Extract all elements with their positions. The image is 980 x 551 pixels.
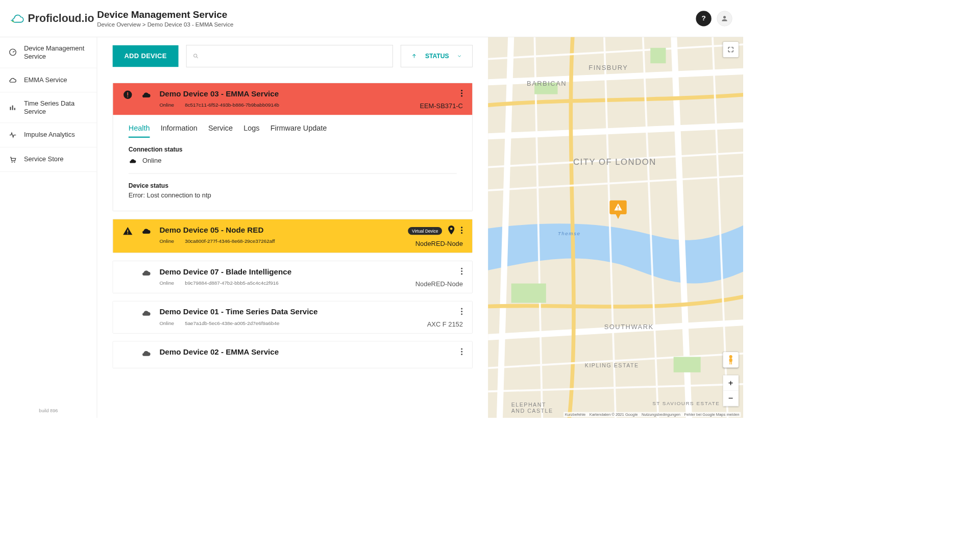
breadcrumb[interactable]: Device Overview > Demo Device 03 - EMMA … <box>97 21 696 28</box>
device-tabs: Health Information Service Logs Firmware… <box>129 124 457 138</box>
svg-point-27 <box>461 313 462 315</box>
kebab-menu-icon[interactable] <box>460 267 463 277</box>
svg-line-9 <box>197 57 198 58</box>
fullscreen-button[interactable] <box>723 42 739 57</box>
search-input[interactable] <box>186 45 393 67</box>
map-label-saviours: ST SAVIOURS ESTATE <box>652 400 720 406</box>
svg-rect-5 <box>14 108 15 110</box>
map-label-city: CITY OF LONDON <box>573 157 656 167</box>
help-button[interactable]: ? <box>696 11 711 26</box>
status-filter[interactable]: STATUS <box>401 45 473 67</box>
device-product: AXC F 2152 <box>427 321 463 329</box>
tab-health[interactable]: Health <box>129 124 150 138</box>
svg-point-29 <box>461 351 462 353</box>
svg-rect-33 <box>650 48 666 63</box>
cloud-icon <box>141 267 152 278</box>
device-card-header[interactable]: Demo Device 03 - EMMA Service Online 8c5… <box>113 83 472 115</box>
sidebar-item-label: Device Management Service <box>24 44 89 60</box>
no-alert-placeholder <box>122 267 133 278</box>
sidebar-item-impulse[interactable]: Impulse Analytics <box>0 123 97 147</box>
kebab-menu-icon[interactable] <box>460 227 463 236</box>
tab-logs[interactable]: Logs <box>243 124 259 138</box>
kebab-menu-icon[interactable] <box>460 89 463 98</box>
kebab-menu-icon[interactable] <box>460 308 463 317</box>
map-device-marker[interactable] <box>608 199 628 222</box>
svg-point-23 <box>461 270 462 272</box>
fullscreen-icon <box>727 46 734 53</box>
sidebar-item-label: EMMA Service <box>24 76 89 84</box>
svg-rect-34 <box>511 284 546 303</box>
zoom-in-button[interactable]: + <box>723 375 739 391</box>
sidebar-item-tsd[interactable]: Time Series Data Service <box>0 92 97 123</box>
cloud-icon <box>141 348 152 359</box>
pulse-icon <box>8 130 18 140</box>
device-online: Online <box>159 102 174 108</box>
map-river-label: Themse <box>558 231 581 236</box>
device-name: Demo Device 07 - Blade Intelligence <box>159 267 407 276</box>
svg-rect-40 <box>729 358 732 362</box>
tab-information[interactable]: Information <box>161 124 198 138</box>
kebab-menu-icon[interactable] <box>460 348 463 357</box>
sidebar-item-label: Impulse Analytics <box>24 131 89 139</box>
svg-rect-35 <box>674 357 701 372</box>
tab-firmware[interactable]: Firmware Update <box>271 124 327 138</box>
build-label: build 896 <box>0 403 97 418</box>
sidebar-item-emma[interactable]: EMMA Service <box>0 68 97 92</box>
svg-point-22 <box>461 268 462 269</box>
svg-rect-41 <box>729 362 730 365</box>
svg-point-14 <box>461 92 462 94</box>
no-alert-placeholder <box>122 348 133 359</box>
tab-service[interactable]: Service <box>208 124 233 138</box>
breadcrumb-root[interactable]: Device Overview <box>97 21 140 28</box>
svg-point-8 <box>194 54 197 57</box>
location-pin-icon[interactable] <box>448 226 455 236</box>
svg-point-19 <box>461 227 462 228</box>
device-uuid: 30ca800f-277f-4346-8e68-29ce37262aff <box>185 238 275 244</box>
device-card: Demo Device 07 - Blade Intelligence Onli… <box>113 261 473 293</box>
svg-rect-17 <box>127 233 128 234</box>
map-panel[interactable]: FINSBURY BARBICAN CITY OF LONDON SOUTHWA… <box>488 37 743 418</box>
map-label-elephant: ELEPHANT AND CASTLE <box>511 402 553 414</box>
device-card-header[interactable]: Demo Device 02 - EMMA Service <box>113 342 472 368</box>
svg-rect-4 <box>12 105 13 110</box>
cart-icon <box>8 155 18 165</box>
cloud-cog-icon <box>8 75 18 85</box>
user-icon <box>721 14 728 22</box>
map-label-finsbury: FINSBURY <box>589 64 628 72</box>
alert-error-icon <box>122 89 133 100</box>
svg-rect-11 <box>127 92 128 96</box>
brand-name: Proficloud.io <box>28 12 94 24</box>
connection-status-heading: Connection status <box>129 146 457 154</box>
device-card-header[interactable]: Demo Device 07 - Blade Intelligence Onli… <box>113 261 472 293</box>
zoom-out-button[interactable]: − <box>723 391 739 406</box>
device-online: Online <box>159 280 174 286</box>
device-list-scroll[interactable]: Demo Device 03 - EMMA Service Online 8c5… <box>97 75 488 418</box>
sidebar-item-store[interactable]: Service Store <box>0 147 97 172</box>
breadcrumb-leaf[interactable]: Demo Device 03 - EMMA Service <box>148 21 234 28</box>
topbar: Proficloud.io Device Management Service … <box>0 0 743 37</box>
svg-point-21 <box>461 232 462 234</box>
pegman-icon <box>727 355 734 365</box>
device-card-header[interactable]: Demo Device 01 - Time Series Data Servic… <box>113 302 472 333</box>
cloud-icon <box>141 308 152 318</box>
avatar-button[interactable] <box>717 11 732 26</box>
device-status-error: Error: Lost connection to ntp <box>129 191 457 199</box>
device-status-heading: Device status <box>129 182 457 189</box>
device-online: Online <box>159 238 174 244</box>
svg-point-13 <box>461 90 462 91</box>
device-name: Demo Device 01 - Time Series Data Servic… <box>159 308 419 316</box>
sidebar-item-label: Service Store <box>24 155 89 163</box>
sidebar-item-dms[interactable]: Device Management Service <box>0 37 97 68</box>
map-label-southwark: SOUTHWARK <box>604 323 654 331</box>
cloud-icon <box>141 89 152 100</box>
device-card-header[interactable]: Demo Device 05 - Node RED Online 30ca800… <box>113 219 472 253</box>
add-device-button[interactable]: ADD DEVICE <box>113 45 179 67</box>
arrow-up-icon <box>411 53 418 59</box>
device-list-column: ADD DEVICE STATUS <box>97 37 488 418</box>
no-alert-placeholder <box>122 308 133 318</box>
svg-point-30 <box>461 354 462 355</box>
brand-logo[interactable]: Proficloud.io <box>11 12 97 24</box>
device-card: Demo Device 02 - EMMA Service <box>113 341 473 368</box>
pegman-button[interactable] <box>723 352 739 367</box>
device-product: EEM-SB371-C <box>420 103 463 110</box>
